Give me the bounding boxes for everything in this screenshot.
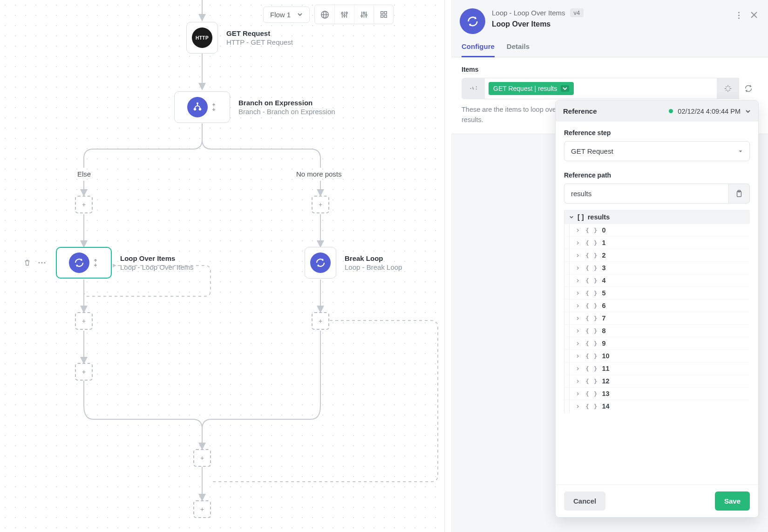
node-title: Loop Over Items [120,254,194,262]
more-icon[interactable] [38,261,46,264]
svg-point-38 [738,17,740,19]
tree-item[interactable]: { }0 [564,224,749,236]
reference-icon[interactable] [462,78,485,99]
tree-item[interactable]: { }1 [564,236,749,249]
expand-arrows-icon[interactable] [92,259,99,267]
object-icon: { } [585,365,598,372]
reference-pill[interactable]: GET Request | results [489,82,574,95]
tree-item[interactable]: { }9 [564,337,749,349]
tree-item[interactable]: { }5 [564,286,749,299]
object-icon: { } [585,302,598,309]
tree-item[interactable]: { }8 [564,324,749,337]
chevron-right-icon [576,316,581,321]
tree-item[interactable]: { }13 [564,387,749,400]
popover-timestamp[interactable]: 02/12/24 4:09:44 PM [669,108,751,115]
items-label: Items [462,66,758,73]
object-icon: { } [585,403,598,410]
add-step-button[interactable]: + [312,196,329,213]
sparkle-icon[interactable] [717,78,739,99]
tree-item[interactable]: { }3 [564,261,749,274]
chevron-right-icon [576,329,581,333]
add-step-button[interactable]: + [193,500,211,518]
tree-item[interactable]: { }10 [564,349,749,362]
node-http-request[interactable]: HTTP GET Request HTTP - GET Request [186,22,293,54]
svg-point-37 [738,14,740,16]
panel-breadcrumb: Loop - Loop Over Items [492,9,565,17]
svg-rect-29 [384,15,387,17]
status-dot-icon [669,109,673,113]
array-icon: [ ] [578,213,584,221]
tree-item[interactable]: { }12 [564,375,749,387]
grid-icon[interactable] [374,5,393,24]
version-badge: v4 [570,8,584,17]
workflow-canvas[interactable]: Flow 1 HTTP GET Request HTTP - GET Reque… [0,0,445,532]
items-field[interactable]: GET Request | results [462,78,758,99]
refresh-icon[interactable] [739,84,758,93]
node-loop-over-items[interactable]: Loop Over Items Loop - Loop Over Items [56,247,194,279]
object-icon: { } [585,390,598,397]
flow-selector[interactable]: Flow 1 [263,7,310,23]
object-icon: { } [585,227,598,234]
close-icon[interactable] [750,11,758,20]
svg-point-18 [344,14,345,16]
panel-tabs: Configure Details [451,34,768,57]
node-title: Break Loop [345,254,402,262]
object-icon: { } [585,277,598,284]
chevron-right-icon [576,266,581,270]
object-icon: { } [585,265,598,272]
tab-configure[interactable]: Configure [462,42,495,57]
chevron-right-icon [576,404,581,409]
object-icon: { } [585,353,598,360]
tree-item[interactable]: { }14 [564,400,749,412]
cancel-button[interactable]: Cancel [564,491,605,511]
svg-point-19 [346,12,347,13]
trash-icon[interactable] [23,259,31,266]
chevron-right-icon [576,228,581,232]
add-step-button[interactable]: + [312,312,329,330]
add-step-button[interactable]: + [75,363,93,381]
chevron-down-icon [745,109,751,114]
reference-path-input[interactable] [564,184,728,204]
popover-title: Reference [563,107,597,115]
svg-point-25 [366,14,367,15]
tree-item[interactable]: { }7 [564,312,749,324]
tree-item[interactable]: { }4 [564,274,749,286]
flow-label: Flow 1 [270,11,291,19]
save-button[interactable]: Save [715,491,750,511]
node-branch[interactable]: Branch on Expression Branch - Branch on … [174,91,335,123]
tree-item[interactable]: { }2 [564,249,749,261]
svg-rect-28 [381,15,383,17]
sliders-icon[interactable] [334,5,354,24]
node-title: Branch on Expression [238,99,335,107]
chevron-right-icon [576,379,581,383]
object-icon: { } [585,252,598,259]
svg-point-31 [194,109,196,110]
chevron-right-icon [576,241,581,245]
caret-down-icon [738,149,743,154]
tree-item[interactable]: { }11 [564,362,749,375]
svg-point-34 [41,262,42,263]
add-step-button[interactable]: + [75,312,93,330]
object-icon: { } [585,315,598,322]
expand-arrows-icon[interactable] [211,103,217,111]
tree-item[interactable]: { }6 [564,299,749,312]
reference-path-label: Reference path [564,171,750,179]
tab-details[interactable]: Details [507,42,530,57]
reference-step-select[interactable]: GET Request [564,141,750,161]
node-break-loop[interactable]: Break Loop Loop - Break Loop [305,247,402,279]
sliders-alt-icon[interactable] [354,5,374,24]
add-step-button[interactable]: + [193,449,211,467]
more-icon[interactable] [738,11,740,20]
svg-point-30 [197,103,198,104]
globe-icon[interactable] [315,5,334,24]
svg-point-35 [44,262,45,263]
loop-icon [69,252,89,273]
chevron-right-icon [576,367,581,371]
tree-root[interactable]: [ ] results [564,211,750,224]
add-step-button[interactable]: + [75,196,93,213]
clipboard-icon[interactable] [728,184,750,204]
chevron-down-icon [561,85,569,92]
branch-label-no-more: No more posts [296,170,342,178]
node-title: GET Request [226,29,293,37]
http-icon: HTTP [192,27,212,48]
